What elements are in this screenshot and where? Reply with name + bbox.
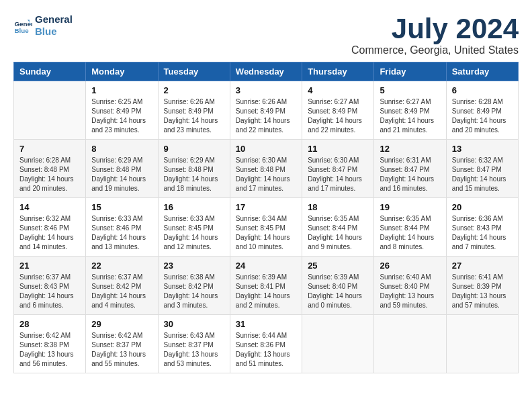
day-info: Sunrise: 6:44 AM Sunset: 8:36 PM Dayligh… [236,331,296,369]
day-info: Sunrise: 6:41 AM Sunset: 8:39 PM Dayligh… [452,273,513,310]
day-info: Sunrise: 6:37 AM Sunset: 8:42 PM Dayligh… [91,273,152,310]
day-number: 12 [380,144,440,154]
calendar-cell: 1Sunrise: 6:25 AM Sunset: 8:49 PM Daylig… [86,81,158,140]
day-number: 9 [164,144,224,154]
calendar-week-row: 28Sunrise: 6:42 AM Sunset: 8:38 PM Dayli… [14,315,519,373]
weekday-header: Saturday [446,62,518,81]
day-number: 8 [91,144,152,154]
day-info: Sunrise: 6:25 AM Sunset: 8:49 PM Dayligh… [91,97,152,135]
calendar-cell: 23Sunrise: 6:38 AM Sunset: 8:42 PM Dayli… [158,257,230,315]
day-number: 27 [452,261,513,271]
calendar-cell: 14Sunrise: 6:32 AM Sunset: 8:46 PM Dayli… [14,198,86,257]
day-info: Sunrise: 6:33 AM Sunset: 8:46 PM Dayligh… [91,214,152,252]
logo-icon: General Blue [13,16,32,35]
day-info: Sunrise: 6:35 AM Sunset: 8:44 PM Dayligh… [380,214,440,252]
day-number: 11 [308,144,368,154]
calendar-cell: 30Sunrise: 6:43 AM Sunset: 8:37 PM Dayli… [158,315,230,373]
calendar-cell: 20Sunrise: 6:36 AM Sunset: 8:43 PM Dayli… [446,198,518,257]
day-info: Sunrise: 6:38 AM Sunset: 8:42 PM Dayligh… [164,273,224,310]
day-number: 14 [19,202,80,212]
calendar-cell: 19Sunrise: 6:35 AM Sunset: 8:44 PM Dayli… [374,198,446,257]
calendar-week-row: 1Sunrise: 6:25 AM Sunset: 8:49 PM Daylig… [14,81,519,140]
day-number: 2 [164,85,224,95]
weekday-header: Wednesday [230,62,302,81]
weekday-header: Monday [86,62,158,81]
day-info: Sunrise: 6:34 AM Sunset: 8:45 PM Dayligh… [236,214,296,252]
header-row: SundayMondayTuesdayWednesdayThursdayFrid… [14,62,519,81]
month-title: July 2024 [351,13,519,44]
weekday-header: Thursday [302,62,374,81]
calendar-cell: 26Sunrise: 6:40 AM Sunset: 8:40 PM Dayli… [374,257,446,315]
day-number: 16 [164,202,224,212]
location-title: Commerce, Georgia, United States [351,44,519,56]
calendar-cell: 7Sunrise: 6:28 AM Sunset: 8:48 PM Daylig… [14,140,86,198]
calendar-week-row: 14Sunrise: 6:32 AM Sunset: 8:46 PM Dayli… [14,198,519,257]
calendar-cell: 4Sunrise: 6:27 AM Sunset: 8:49 PM Daylig… [302,81,374,140]
day-info: Sunrise: 6:42 AM Sunset: 8:38 PM Dayligh… [19,331,80,369]
calendar-cell: 15Sunrise: 6:33 AM Sunset: 8:46 PM Dayli… [86,198,158,257]
day-info: Sunrise: 6:26 AM Sunset: 8:49 PM Dayligh… [164,97,224,135]
day-info: Sunrise: 6:36 AM Sunset: 8:43 PM Dayligh… [452,214,513,252]
calendar-header: SundayMondayTuesdayWednesdayThursdayFrid… [14,62,519,81]
day-info: Sunrise: 6:33 AM Sunset: 8:45 PM Dayligh… [164,214,224,252]
calendar-cell: 27Sunrise: 6:41 AM Sunset: 8:39 PM Dayli… [446,257,518,315]
day-number: 17 [236,202,296,212]
day-info: Sunrise: 6:32 AM Sunset: 8:46 PM Dayligh… [19,214,80,252]
calendar-cell: 10Sunrise: 6:30 AM Sunset: 8:48 PM Dayli… [230,140,302,198]
calendar-cell: 12Sunrise: 6:31 AM Sunset: 8:47 PM Dayli… [374,140,446,198]
calendar-cell: 3Sunrise: 6:26 AM Sunset: 8:49 PM Daylig… [230,81,302,140]
calendar-cell: 5Sunrise: 6:27 AM Sunset: 8:49 PM Daylig… [374,81,446,140]
day-number: 30 [164,319,224,329]
day-number: 26 [380,261,440,271]
calendar-cell: 9Sunrise: 6:29 AM Sunset: 8:48 PM Daylig… [158,140,230,198]
day-info: Sunrise: 6:28 AM Sunset: 8:48 PM Dayligh… [19,156,80,193]
day-info: Sunrise: 6:40 AM Sunset: 8:40 PM Dayligh… [380,273,440,310]
day-number: 15 [91,202,152,212]
calendar-cell [374,315,446,373]
day-number: 5 [380,85,440,95]
day-info: Sunrise: 6:37 AM Sunset: 8:43 PM Dayligh… [19,273,80,310]
day-info: Sunrise: 6:29 AM Sunset: 8:48 PM Dayligh… [164,156,224,193]
calendar-cell [446,315,518,373]
calendar-table: SundayMondayTuesdayWednesdayThursdayFrid… [13,62,519,373]
day-info: Sunrise: 6:29 AM Sunset: 8:48 PM Dayligh… [91,156,152,193]
calendar-cell: 25Sunrise: 6:39 AM Sunset: 8:40 PM Dayli… [302,257,374,315]
day-number: 3 [236,85,296,95]
calendar-body: 1Sunrise: 6:25 AM Sunset: 8:49 PM Daylig… [14,81,519,373]
calendar-cell [302,315,374,373]
day-number: 6 [452,85,513,95]
day-number: 19 [380,202,440,212]
day-info: Sunrise: 6:42 AM Sunset: 8:37 PM Dayligh… [91,331,152,369]
calendar-cell: 21Sunrise: 6:37 AM Sunset: 8:43 PM Dayli… [14,257,86,315]
day-number: 22 [91,261,152,271]
calendar-cell: 31Sunrise: 6:44 AM Sunset: 8:36 PM Dayli… [230,315,302,373]
calendar-cell: 16Sunrise: 6:33 AM Sunset: 8:45 PM Dayli… [158,198,230,257]
calendar-cell: 24Sunrise: 6:39 AM Sunset: 8:41 PM Dayli… [230,257,302,315]
day-number: 24 [236,261,296,271]
day-number: 20 [452,202,513,212]
weekday-header: Tuesday [158,62,230,81]
svg-text:Blue: Blue [14,27,29,34]
day-info: Sunrise: 6:43 AM Sunset: 8:37 PM Dayligh… [164,331,224,369]
day-info: Sunrise: 6:32 AM Sunset: 8:47 PM Dayligh… [452,156,513,193]
header: General Blue General Blue July 2024 Comm… [13,13,519,56]
calendar-cell: 8Sunrise: 6:29 AM Sunset: 8:48 PM Daylig… [86,140,158,198]
day-info: Sunrise: 6:39 AM Sunset: 8:40 PM Dayligh… [308,273,368,310]
title-area: July 2024 Commerce, Georgia, United Stat… [351,13,519,56]
calendar-cell: 2Sunrise: 6:26 AM Sunset: 8:49 PM Daylig… [158,81,230,140]
day-info: Sunrise: 6:30 AM Sunset: 8:47 PM Dayligh… [308,156,368,193]
day-number: 21 [19,261,80,271]
day-number: 4 [308,85,368,95]
day-info: Sunrise: 6:27 AM Sunset: 8:49 PM Dayligh… [308,97,368,135]
day-info: Sunrise: 6:39 AM Sunset: 8:41 PM Dayligh… [236,273,296,310]
day-number: 7 [19,144,80,154]
calendar-week-row: 21Sunrise: 6:37 AM Sunset: 8:43 PM Dayli… [14,257,519,315]
day-info: Sunrise: 6:35 AM Sunset: 8:44 PM Dayligh… [308,214,368,252]
weekday-header: Sunday [14,62,86,81]
calendar-cell: 13Sunrise: 6:32 AM Sunset: 8:47 PM Dayli… [446,140,518,198]
calendar-cell: 29Sunrise: 6:42 AM Sunset: 8:37 PM Dayli… [86,315,158,373]
day-number: 13 [452,144,513,154]
calendar-cell [14,81,86,140]
day-info: Sunrise: 6:27 AM Sunset: 8:49 PM Dayligh… [380,97,440,135]
day-info: Sunrise: 6:30 AM Sunset: 8:48 PM Dayligh… [236,156,296,193]
